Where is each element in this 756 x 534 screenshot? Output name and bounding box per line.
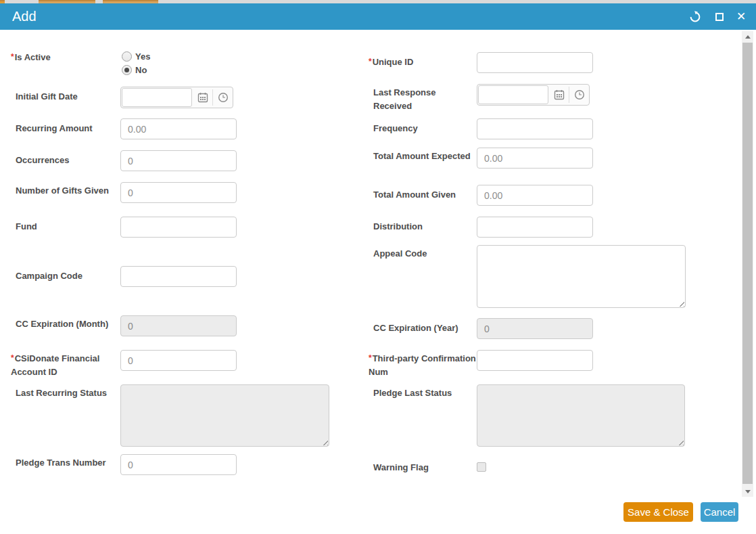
field-label-total-amount-expected: Total Amount Expected [373,150,476,163]
maximize-icon[interactable] [711,3,728,30]
calendar-icon[interactable] [549,85,569,105]
field-label-initial-gift-date: Initial Gift Date [16,90,112,104]
field-label-cc-expiration-month: CC Expiration (Month) [16,317,112,331]
third-party-confirmation-num-input[interactable] [477,350,593,371]
pledge-last-status-textarea [477,384,685,447]
distribution-input[interactable] [477,217,593,238]
field-label-warning-flag: Warning Flag [373,461,476,474]
field-label-csidonate-financial-account-id: *CSiDonate Financial Account ID [11,352,112,378]
field-label-last-recurring-status: Last Recurring Status [16,386,112,400]
last-response-received-field [477,84,590,106]
required-marker: * [11,52,14,62]
cc-expiration-year-input [477,318,593,339]
fund-input[interactable] [120,217,237,238]
field-label-third-party-confirmation-num: *Third-party Confirmation Num [369,352,476,378]
pledge-trans-number-input[interactable] [120,454,237,475]
field-label-unique-id: *Unique ID [369,55,476,69]
field-label-number-of-gifts-given: Number of Gifts Given [16,184,112,198]
field-label-last-response-received: Last Response Received [373,86,476,112]
last-response-received-input[interactable] [478,85,548,104]
clock-icon[interactable] [213,87,233,108]
field-label-frequency: Frequency [373,122,476,135]
occurrences-input[interactable] [120,150,237,171]
campaign-code-input[interactable] [120,266,237,287]
calendar-icon[interactable] [193,87,212,108]
radio-option-no[interactable]: No [122,65,147,75]
add-dialog: Add ✕ *Is Active Yes No Initial Gift Dat… [0,0,756,534]
field-label-cc-expiration-year: CC Expiration (Year) [373,321,476,335]
refresh-icon[interactable] [686,3,705,30]
last-recurring-status-textarea [120,384,329,447]
initial-gift-date-input[interactable] [122,88,192,107]
field-label-occurrences: Occurrences [16,154,112,167]
total-amount-expected-input[interactable] [477,148,593,169]
recurring-amount-input[interactable] [120,118,237,139]
required-marker: * [11,353,14,363]
radio-option-yes[interactable]: Yes [122,51,150,62]
field-label-pledge-last-status: Pledge Last Status [373,386,476,400]
required-marker: * [369,57,372,66]
radio-yes[interactable] [122,51,132,62]
csidonate-financial-account-id-input[interactable] [120,350,237,371]
total-amount-given-input[interactable] [477,185,593,206]
scrollbar-track[interactable] [742,31,753,497]
field-label-recurring-amount: Recurring Amount [16,122,112,135]
warning-flag-checkbox[interactable] [477,462,486,472]
radio-yes-label: Yes [135,51,150,62]
dialog-titlebar: Add ✕ [0,3,756,30]
appeal-code-textarea[interactable] [477,245,686,308]
cc-expiration-month-input [120,315,237,336]
field-label-total-amount-given: Total Amount Given [373,188,476,202]
field-label-fund: Fund [16,220,112,233]
scrollbar-thumb[interactable] [742,43,753,484]
radio-no[interactable] [122,65,132,75]
field-label-campaign-code: Campaign Code [16,269,112,283]
save-and-close-button[interactable]: Save & Close [623,502,693,522]
required-marker: * [369,353,372,363]
field-label-distribution: Distribution [373,220,476,233]
close-icon[interactable]: ✕ [732,3,751,30]
number-of-gifts-given-input[interactable] [120,182,237,203]
field-label-is-active: *Is Active [11,51,112,64]
initial-gift-date-field [120,87,233,108]
field-label-pledge-trans-number: Pledge Trans Number [16,456,112,470]
frequency-input[interactable] [477,118,593,139]
radio-no-label: No [135,65,147,75]
clock-icon[interactable] [569,85,589,105]
scrollbar-down-arrow[interactable] [742,486,753,497]
unique-id-input[interactable] [477,52,593,73]
cancel-button[interactable]: Cancel [701,502,738,522]
scrollbar-up-arrow[interactable] [742,31,753,42]
dialog-title: Add [12,9,37,24]
field-label-appeal-code: Appeal Code [373,247,476,261]
